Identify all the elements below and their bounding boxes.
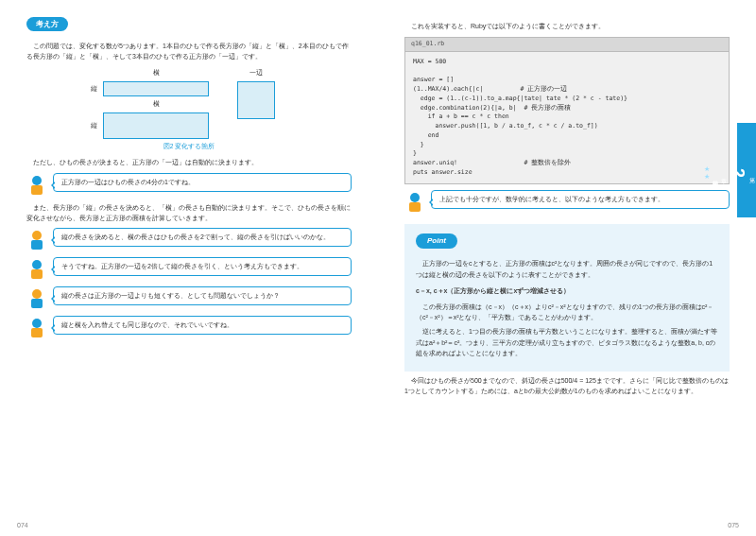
point-box: Point 正方形の一辺をcとすると、正方形の面積はc²となります。周囲の長さが… — [404, 224, 730, 372]
svg-point-8 — [32, 319, 42, 328]
bubble-2: 縦の長さを決めると、横の長さはひもの長さを2で割って、縦の長さを引けばいいのかな… — [53, 228, 352, 248]
dialogue-5: 縦と横を入れ替えても同じ形なので、それでいいですね。 — [26, 316, 352, 340]
tab-stars: ★★ — [703, 165, 711, 181]
svg-point-6 — [32, 289, 42, 299]
chapter-tab: 第 2 章 初級編 ★★ — [737, 123, 756, 217]
label-ippen: 一辺 — [249, 69, 263, 78]
teacher-icon — [404, 190, 425, 215]
para-intro-right: これを実装すると、Rubyでは以下のように書くことができます。 — [404, 21, 730, 31]
bubble-4: 縦の長さは正方形の一辺よりも短くする、としても問題ないでしょうか？ — [53, 286, 352, 306]
para-outro: 今回はひもの長さが500までなので、斜辺の長さは500/4 = 125までです。… — [404, 375, 730, 396]
point-p3: 逆に考えると、1つ目の長方形の面積も平方数ということになります。整理すると、面積… — [416, 326, 718, 358]
tab-chapter-num: 2 — [728, 168, 747, 178]
label-tate-1: 縦 — [91, 85, 97, 94]
diagram-shapes: 横 縦 横 縦 一辺 — [26, 69, 352, 139]
label-tate-2: 縦 — [91, 122, 97, 130]
label-yoko-1: 横 — [153, 69, 160, 78]
svg-rect-9 — [31, 328, 43, 337]
dialogue-r1: 上記でも十分ですが、数学的に考えると、以下のような考え方もできます。 — [404, 190, 730, 215]
page-number-left: 074 — [17, 522, 28, 528]
dialogue-3: そうですね。正方形の一辺を2倍して縦の長さを引く、という考え方もできます。 — [26, 257, 352, 282]
svg-rect-3 — [31, 240, 43, 250]
teacher-icon — [26, 257, 47, 282]
para-intro: この問題では、変化する数が5つあります。1本目のひもで作る長方形の「縦」と「横」… — [26, 41, 352, 61]
code-filename: q16_01.rb — [405, 38, 729, 52]
svg-rect-11 — [409, 202, 421, 212]
bubble-3: そうですね。正方形の一辺を2倍して縦の長さを引く、という考え方もできます。 — [53, 257, 352, 277]
bubble-1: 正方形の一辺はひもの長さの4分の1ですね。 — [53, 173, 352, 193]
heading-label: 考え方 — [26, 17, 68, 31]
svg-point-2 — [32, 231, 42, 240]
teacher-icon — [26, 316, 47, 340]
rect-1: 縦 — [103, 81, 209, 96]
para-3: また、長方形の「縦」の長さを決めると、「横」の長さも自動的に決まります。そこで、… — [26, 202, 352, 223]
dialogue-2: 縦の長さを決めると、横の長さはひもの長さを2で割って、縦の長さを引けばいいのかな… — [26, 228, 352, 252]
rect-2: 縦 — [103, 112, 209, 139]
svg-rect-1 — [31, 185, 43, 195]
svg-point-0 — [32, 176, 42, 185]
code-block: q16_01.rb MAX = 500 answer = [] (1..MAX/… — [404, 37, 730, 184]
student-icon — [26, 228, 47, 252]
teacher-icon — [26, 173, 47, 198]
bubble-r1: 上記でも十分ですが、数学的に考えると、以下のような考え方もできます。 — [431, 190, 730, 210]
code-body: MAX = 500 answer = [] (1..MAX/4).each{|c… — [405, 52, 729, 183]
point-p1: 正方形の一辺をcとすると、正方形の面積はc²となります。周囲の長さが同じですので… — [416, 258, 718, 279]
point-label: Point — [416, 233, 457, 250]
label-yoko-2: 横 — [153, 100, 160, 109]
diagram-caption: 図2 変化する箇所 — [26, 143, 352, 151]
dialogue-4: 縦の長さは正方形の一辺よりも短くする、としても問題ないでしょうか？ — [26, 286, 352, 311]
para-2: ただし、ひもの長さが決まると、正方形の「一辺」は自動的に決まります。 — [26, 157, 352, 167]
square — [237, 81, 275, 119]
svg-point-10 — [410, 193, 420, 202]
bubble-5: 縦と横を入れ替えても同じ形なので、それでいいですね。 — [53, 316, 352, 336]
svg-rect-5 — [31, 269, 43, 279]
svg-point-4 — [32, 260, 42, 269]
svg-rect-7 — [31, 299, 43, 308]
point-formula: c－x, c＋x（正方形から縦と横にxずつ増減させる） — [416, 285, 718, 296]
point-p2: この長方形の面積は（c－x）（c＋x）よりc²－x²となりますので、残りの1つの… — [416, 302, 718, 322]
page-number-right: 075 — [728, 522, 739, 528]
student-icon — [26, 286, 47, 311]
dialogue-1: 正方形の一辺はひもの長さの4分の1ですね。 — [26, 173, 352, 198]
